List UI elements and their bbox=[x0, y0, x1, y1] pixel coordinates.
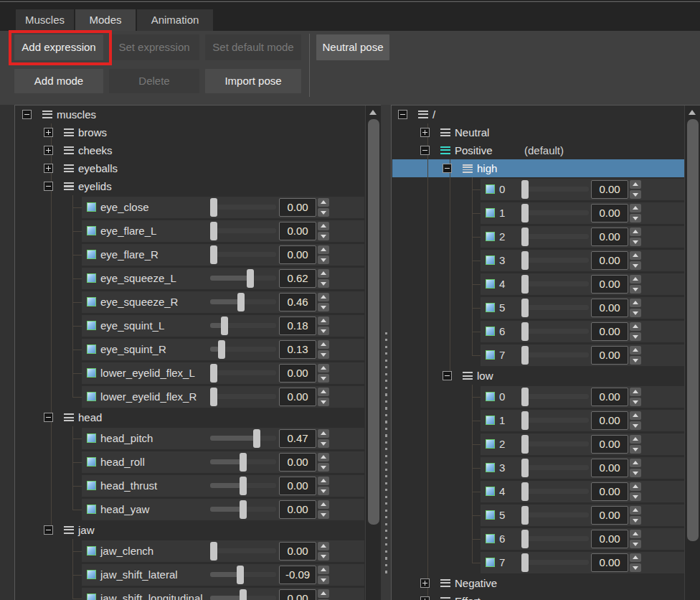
checkbox[interactable] bbox=[87, 481, 96, 490]
slider-track[interactable] bbox=[210, 252, 276, 257]
spin-down-button[interactable] bbox=[630, 190, 641, 199]
slider-track[interactable] bbox=[521, 465, 589, 470]
spin-up-button[interactable] bbox=[630, 482, 641, 491]
spin-down-button[interactable] bbox=[318, 232, 329, 240]
checkbox[interactable] bbox=[486, 256, 495, 265]
slider-handle[interactable] bbox=[521, 204, 529, 222]
spin-down-button[interactable] bbox=[318, 463, 329, 472]
slider-handle[interactable] bbox=[521, 251, 529, 270]
neutral-pose-button[interactable]: Neutral pose bbox=[316, 34, 389, 60]
expand-icon[interactable] bbox=[420, 128, 430, 137]
scrollbar-thumb[interactable] bbox=[687, 119, 699, 541]
spin-up-button[interactable] bbox=[630, 251, 641, 260]
value-spinbox[interactable]: 0.00 bbox=[279, 245, 316, 264]
checkbox[interactable] bbox=[486, 208, 495, 217]
slider-track[interactable] bbox=[210, 228, 276, 233]
value-spinbox[interactable]: 0.00 bbox=[279, 364, 316, 383]
collapse-icon[interactable] bbox=[44, 182, 53, 191]
slider-track[interactable] bbox=[210, 205, 276, 210]
spin-up-button[interactable] bbox=[630, 506, 641, 515]
tab-modes[interactable]: Modes bbox=[75, 9, 136, 31]
value-spinbox[interactable]: 0.00 bbox=[279, 453, 316, 472]
value-spinbox[interactable]: 0.13 bbox=[279, 340, 316, 359]
value-spinbox[interactable]: 0.00 bbox=[591, 459, 628, 477]
collapse-icon[interactable] bbox=[22, 110, 32, 119]
spin-down-button[interactable] bbox=[318, 303, 329, 311]
slider-handle[interactable] bbox=[521, 228, 529, 246]
slider-handle[interactable] bbox=[521, 506, 529, 525]
slider-track[interactable] bbox=[521, 489, 589, 494]
spin-up-button[interactable] bbox=[318, 245, 329, 254]
value-spinbox[interactable]: 0.00 bbox=[279, 477, 316, 495]
spin-up-button[interactable] bbox=[630, 435, 641, 444]
value-spinbox[interactable]: 0.47 bbox=[279, 429, 316, 448]
slider-handle[interactable] bbox=[240, 477, 247, 495]
value-spinbox[interactable]: 0.00 bbox=[279, 542, 316, 561]
slider-track[interactable] bbox=[521, 441, 589, 446]
spin-down-button[interactable] bbox=[630, 469, 641, 477]
slider-track[interactable] bbox=[521, 281, 589, 286]
add-mode-button[interactable]: Add mode bbox=[14, 69, 103, 93]
spin-up-button[interactable] bbox=[318, 222, 329, 230]
checkbox[interactable] bbox=[486, 534, 495, 543]
slider-handle[interactable] bbox=[218, 340, 225, 359]
checkbox[interactable] bbox=[486, 463, 495, 472]
spin-up-button[interactable] bbox=[630, 180, 641, 189]
spin-down-button[interactable] bbox=[318, 398, 329, 406]
value-spinbox[interactable]: 0.00 bbox=[591, 251, 628, 270]
spin-up-button[interactable] bbox=[318, 293, 329, 301]
spin-down-button[interactable] bbox=[318, 510, 329, 519]
spin-down-button[interactable] bbox=[630, 445, 641, 454]
spin-down-button[interactable] bbox=[630, 563, 641, 572]
slider-track[interactable] bbox=[210, 370, 276, 375]
checkbox[interactable] bbox=[87, 433, 96, 443]
slider-handle[interactable] bbox=[521, 275, 529, 294]
collapse-icon[interactable] bbox=[44, 413, 53, 422]
collapse-icon[interactable] bbox=[443, 371, 452, 380]
value-spinbox[interactable]: 0.18 bbox=[279, 317, 316, 335]
spin-down-button[interactable] bbox=[630, 238, 641, 246]
collapse-icon[interactable] bbox=[443, 164, 452, 173]
slider-handle[interactable] bbox=[247, 269, 254, 288]
slider-track[interactable] bbox=[521, 210, 589, 215]
slider-track[interactable] bbox=[521, 329, 589, 334]
spin-up-button[interactable] bbox=[318, 317, 329, 325]
expand-icon[interactable] bbox=[44, 164, 53, 173]
checkbox[interactable] bbox=[87, 297, 96, 306]
spin-up-button[interactable] bbox=[318, 589, 329, 598]
spin-up-button[interactable] bbox=[318, 566, 329, 574]
import-pose-button[interactable]: Import pose bbox=[205, 69, 301, 93]
checkbox[interactable] bbox=[87, 344, 96, 354]
spin-down-button[interactable] bbox=[318, 256, 329, 264]
slider-track[interactable] bbox=[521, 560, 589, 565]
checkbox[interactable] bbox=[486, 279, 495, 289]
spin-up-button[interactable] bbox=[318, 477, 329, 485]
checkbox[interactable] bbox=[87, 202, 96, 212]
spin-down-button[interactable] bbox=[318, 552, 329, 561]
slider-handle[interactable] bbox=[210, 198, 217, 217]
value-spinbox[interactable]: 0.00 bbox=[279, 589, 316, 600]
spin-down-button[interactable] bbox=[630, 516, 641, 525]
spin-down-button[interactable] bbox=[630, 492, 641, 501]
spin-up-button[interactable] bbox=[630, 322, 641, 331]
checkbox[interactable] bbox=[87, 546, 96, 556]
slider-track[interactable] bbox=[210, 394, 276, 399]
scrollbar-thumb[interactable] bbox=[368, 119, 379, 525]
slider-track[interactable] bbox=[521, 352, 589, 357]
checkbox[interactable] bbox=[87, 570, 96, 579]
slider-handle[interactable] bbox=[221, 317, 228, 335]
value-spinbox[interactable]: 0.00 bbox=[591, 435, 628, 454]
value-spinbox[interactable]: -0.09 bbox=[279, 566, 316, 584]
spin-down-button[interactable] bbox=[318, 350, 329, 359]
value-spinbox[interactable]: 0.00 bbox=[591, 482, 628, 501]
checkbox[interactable] bbox=[486, 184, 495, 194]
spin-up-button[interactable] bbox=[318, 340, 329, 349]
spin-down-button[interactable] bbox=[318, 327, 329, 335]
spin-up-button[interactable] bbox=[318, 500, 329, 509]
checkbox[interactable] bbox=[486, 510, 495, 520]
spin-down-button[interactable] bbox=[630, 261, 641, 270]
expand-icon[interactable] bbox=[44, 128, 53, 137]
spin-up-button[interactable] bbox=[318, 198, 329, 207]
checkbox[interactable] bbox=[486, 303, 495, 312]
checkbox[interactable] bbox=[87, 392, 96, 401]
